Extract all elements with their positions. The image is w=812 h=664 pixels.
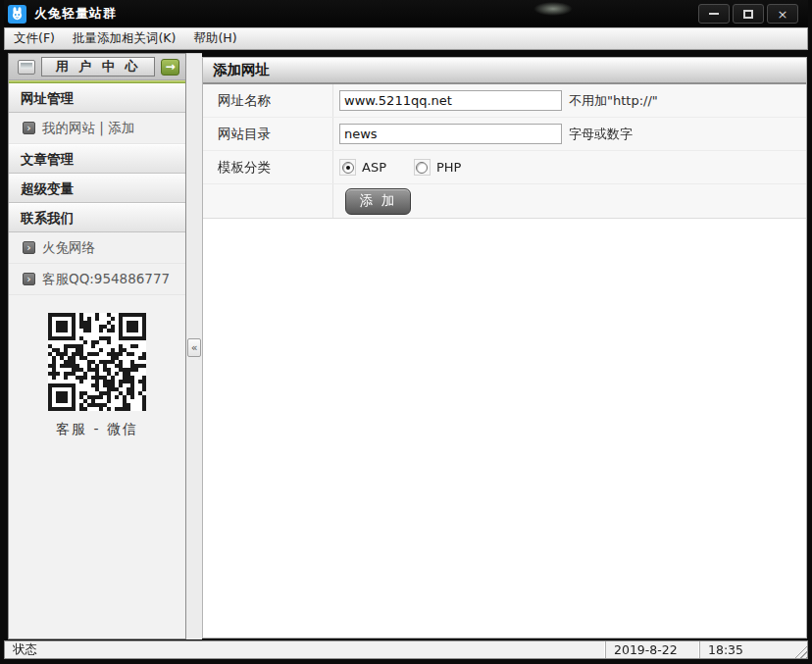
minimize-icon xyxy=(709,13,719,15)
chevron-right-icon: › xyxy=(23,122,35,134)
site-name-field-area: 不用加"http://" xyxy=(333,90,806,111)
site-name-label: 网址名称 xyxy=(203,84,333,117)
radio-frame xyxy=(339,159,356,176)
site-directory-label: 网站目录 xyxy=(203,118,333,150)
collapse-left-icon: « xyxy=(191,341,198,354)
radio-frame xyxy=(414,159,431,176)
add-button[interactable]: 添 加 xyxy=(345,188,411,215)
sidebar-item-service-qq[interactable]: › 客服QQ:954886777 xyxy=(9,264,185,295)
main-empty-area xyxy=(203,219,806,638)
collapse-sidebar-button[interactable]: « xyxy=(187,338,201,357)
radio-label-php: PHP xyxy=(436,160,461,175)
submit-row-spacer xyxy=(203,184,333,218)
menu-batch-add-keywords[interactable]: 批量添加相关词(K) xyxy=(64,28,184,49)
content-area: 用 户 中 心 → 网址管理 › 我的网站 | 添加 文章管理 超级变量 联系我… xyxy=(8,53,807,639)
status-bar: 状态 2019-8-22 18:35 xyxy=(4,640,808,659)
section-contact-us[interactable]: 联系我们 xyxy=(9,203,185,232)
window-title: 火兔轻量站群 xyxy=(34,5,117,23)
app-logo-rabbit-icon xyxy=(8,5,26,24)
monitor-icon[interactable] xyxy=(18,60,35,75)
resize-grip[interactable] xyxy=(793,644,807,658)
rabbit-icon xyxy=(11,7,24,21)
menu-bar: 文件(F) 批量添加相关词(K) 帮助(H) xyxy=(4,27,808,50)
qr-block: 客服 - 微信 xyxy=(9,313,185,438)
maximize-icon xyxy=(743,10,753,19)
site-name-input[interactable] xyxy=(339,90,562,111)
site-directory-field-area: 字母或数字 xyxy=(333,124,806,144)
status-text: 状态 xyxy=(5,641,605,658)
sidebar: 用 户 中 心 → 网址管理 › 我的网站 | 添加 文章管理 超级变量 联系我… xyxy=(8,53,186,639)
arrow-right-icon: → xyxy=(165,60,175,74)
section-super-variables[interactable]: 超级变量 xyxy=(9,174,185,203)
forward-arrow-button[interactable]: → xyxy=(161,59,179,76)
template-type-label: 模板分类 xyxy=(203,151,333,183)
site-name-hint: 不用加"http://" xyxy=(569,92,658,110)
qr-code xyxy=(48,313,146,411)
close-icon: × xyxy=(778,8,788,21)
maximize-button[interactable] xyxy=(733,4,764,24)
page-title: 添加网址 xyxy=(203,58,806,84)
sidebar-item-my-sites-add[interactable]: › 我的网站 | 添加 xyxy=(9,113,185,144)
window-controls: × xyxy=(698,4,804,24)
submit-field-area: 添 加 xyxy=(333,188,806,215)
radio-button-icon xyxy=(342,162,354,174)
time-value: 18:35 xyxy=(708,642,743,657)
qr-caption: 客服 - 微信 xyxy=(56,421,138,438)
sidebar-header: 用 户 中 心 → xyxy=(9,54,185,80)
template-type-field-area: ASP PHP xyxy=(333,159,806,176)
form-row-site-name: 网址名称 不用加"http://" xyxy=(203,84,806,118)
section-article-management[interactable]: 文章管理 xyxy=(9,144,185,174)
radio-button-icon xyxy=(416,162,428,174)
sidebar-item-label: 火兔网络 xyxy=(42,239,95,257)
sidebar-item-label: 客服QQ:954886777 xyxy=(42,271,170,288)
site-directory-input[interactable] xyxy=(339,124,562,144)
status-date: 2019-8-22 xyxy=(605,641,699,658)
radio-label-asp: ASP xyxy=(362,160,386,175)
user-center-button[interactable]: 用 户 中 心 xyxy=(41,57,155,77)
add-site-form: 网址名称 不用加"http://" 网站目录 字母或数字 模板分类 xyxy=(203,84,806,219)
menu-file[interactable]: 文件(F) xyxy=(5,28,64,49)
menu-help[interactable]: 帮助(H) xyxy=(184,28,245,49)
main-panel: 添加网址 网址名称 不用加"http://" 网站目录 字母或数字 xyxy=(202,57,807,638)
title-bar[interactable]: 火兔轻量站群 × xyxy=(4,0,808,27)
form-row-template-type: 模板分类 ASP PHP xyxy=(203,151,806,184)
form-row-submit: 添 加 xyxy=(203,184,806,218)
radio-option-php[interactable]: PHP xyxy=(414,159,461,176)
chevron-right-icon: › xyxy=(23,273,35,285)
sidebar-item-huotu-network[interactable]: › 火兔网络 xyxy=(9,232,185,264)
chevron-right-icon: › xyxy=(23,241,35,254)
app-window: 火兔轻量站群 × 文件(F) 批量添加相关词(K) 帮助(H) 用 户 中 心 … xyxy=(0,0,812,664)
minimize-button[interactable] xyxy=(698,4,730,24)
site-directory-hint: 字母或数字 xyxy=(569,126,633,143)
sidebar-splitter[interactable]: « xyxy=(186,53,202,639)
radio-option-asp[interactable]: ASP xyxy=(339,159,386,176)
status-time: 18:35 xyxy=(699,641,807,658)
form-row-site-directory: 网站目录 字母或数字 xyxy=(203,118,806,151)
close-button[interactable]: × xyxy=(767,4,798,24)
section-url-management[interactable]: 网址管理 xyxy=(9,83,185,113)
sidebar-item-label: 我的网站 | 添加 xyxy=(42,120,134,137)
